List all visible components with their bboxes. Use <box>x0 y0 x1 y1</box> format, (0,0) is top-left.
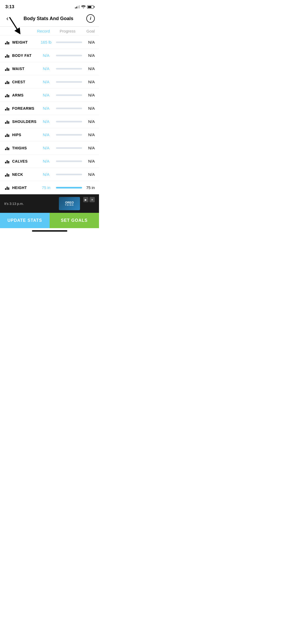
bar-chart-icon <box>5 93 9 97</box>
stat-goal-calves: N/A <box>84 159 95 163</box>
stat-icon-hips <box>4 133 10 137</box>
progress-bar-bg-neck <box>56 174 82 175</box>
stat-row-calves[interactable]: CALVES N/A N/A <box>0 155 99 168</box>
stat-row-body-fat[interactable]: BODY FAT N/A N/A <box>0 49 99 62</box>
stat-name-hips: HIPS <box>12 133 38 137</box>
set-goals-button[interactable]: SET GOALS <box>50 213 99 228</box>
progress-bar-bg-shoulders <box>56 121 82 122</box>
stat-goal-arms: N/A <box>84 93 95 97</box>
bar-chart-icon <box>5 40 9 44</box>
stat-record-shoulders: N/A <box>38 119 54 124</box>
stat-name-waist: WAIST <box>12 67 38 71</box>
stat-record-body-fat: N/A <box>38 53 54 58</box>
stat-record-neck: N/A <box>38 172 54 177</box>
stat-progress-calves <box>54 160 84 162</box>
progress-bar-bg-body-fat <box>56 55 82 56</box>
stat-goal-body-fat: N/A <box>84 53 95 58</box>
progress-bar-bg-hips <box>56 134 82 136</box>
stat-icon-arms <box>4 93 10 97</box>
status-icons <box>75 5 94 9</box>
stat-record-thighs: N/A <box>38 146 54 150</box>
stat-name-calves: CALVES <box>12 159 38 163</box>
stat-goal-chest: N/A <box>84 80 95 84</box>
stat-name-weight: WEIGHT <box>12 40 38 44</box>
stat-name-forearms: FOREARMS <box>12 106 38 111</box>
stat-progress-waist <box>54 68 84 70</box>
stat-progress-weight <box>54 42 84 43</box>
stat-icon-body-fat <box>4 53 10 58</box>
ad-text: It's 3:13 p.m. <box>4 202 56 206</box>
stat-record-arms: N/A <box>38 93 54 97</box>
col-progress-label: Progress <box>53 29 83 33</box>
stat-name-neck: NECK <box>12 172 38 177</box>
ad-close-button[interactable]: ✕ <box>89 197 95 202</box>
stat-row-arms[interactable]: ARMS N/A N/A <box>0 89 99 102</box>
stat-progress-height <box>54 187 84 188</box>
stat-name-arms: ARMS <box>12 93 38 97</box>
ad-controls[interactable]: ▶ ✕ <box>83 197 95 202</box>
bar-chart-icon <box>5 53 9 58</box>
stat-record-forearms: N/A <box>38 106 54 111</box>
bar-chart-icon <box>5 67 9 71</box>
stat-icon-calves <box>4 159 10 163</box>
stat-progress-forearms <box>54 108 84 109</box>
stat-row-hips[interactable]: HIPS N/A N/A <box>0 128 99 141</box>
stat-icon-neck <box>4 172 10 177</box>
stat-goal-waist: N/A <box>84 66 95 71</box>
stat-row-shoulders[interactable]: SHOULDERS N/A N/A <box>0 115 99 128</box>
stat-record-calves: N/A <box>38 159 54 163</box>
stat-row-neck[interactable]: NECK N/A N/A <box>0 168 99 181</box>
stat-progress-hips <box>54 134 84 136</box>
stats-list: WEIGHT 165 lb N/A BODY FAT N/A N/A <box>0 36 99 194</box>
bar-chart-icon <box>5 119 9 124</box>
progress-bar-bg-weight <box>56 42 82 43</box>
progress-bar-bg-thighs <box>56 147 82 149</box>
stat-record-hips: N/A <box>38 132 54 137</box>
stat-progress-shoulders <box>54 121 84 122</box>
update-stats-button[interactable]: UPDATE STATS <box>0 213 50 228</box>
bar-chart-icon <box>5 106 9 111</box>
stat-record-weight: 165 lb <box>38 40 54 44</box>
stat-name-height: HEIGHT <box>12 186 38 190</box>
progress-bar-bg-height <box>56 187 82 188</box>
stat-name-shoulders: SHOULDERS <box>12 119 38 124</box>
stat-progress-thighs <box>54 147 84 149</box>
stat-row-forearms[interactable]: FOREARMS N/A N/A <box>0 102 99 115</box>
stat-icon-shoulders <box>4 119 10 124</box>
progress-bar-bg-arms <box>56 94 82 96</box>
stat-row-height[interactable]: HEIGHT 75 in 75 in <box>0 181 99 194</box>
stat-record-waist: N/A <box>38 66 54 71</box>
home-bar <box>32 230 67 232</box>
ad-product-name: OREO THINS <box>65 201 74 206</box>
signal-icon <box>75 5 80 8</box>
info-button[interactable]: i <box>86 14 95 23</box>
stat-progress-arms <box>54 94 84 96</box>
bottom-buttons: UPDATE STATS SET GOALS <box>0 213 99 228</box>
stat-row-thighs[interactable]: THIGHS N/A N/A <box>0 141 99 155</box>
progress-bar-fill-height <box>56 187 82 188</box>
ad-image: OREO THINS <box>59 197 80 210</box>
stat-name-chest: CHEST <box>12 80 38 84</box>
stat-row-chest[interactable]: CHEST N/A N/A <box>0 75 99 89</box>
stat-name-body-fat: BODY FAT <box>12 53 38 58</box>
stat-record-height: 75 in <box>38 185 54 190</box>
bar-chart-icon <box>5 80 9 84</box>
wifi-icon <box>81 5 86 9</box>
progress-bar-bg-calves <box>56 160 82 162</box>
stat-goal-hips: N/A <box>84 132 95 137</box>
stat-progress-neck <box>54 174 84 175</box>
stat-icon-forearms <box>4 106 10 111</box>
stat-goal-thighs: N/A <box>84 146 95 150</box>
ad-play-button[interactable]: ▶ <box>83 197 88 202</box>
progress-bar-bg-chest <box>56 81 82 83</box>
stat-goal-neck: N/A <box>84 172 95 177</box>
progress-bar-bg-forearms <box>56 108 82 109</box>
stat-icon-weight <box>4 40 10 44</box>
progress-bar-bg-waist <box>56 68 82 70</box>
stat-goal-forearms: N/A <box>84 106 95 111</box>
bar-chart-icon <box>5 146 9 150</box>
stat-icon-height <box>4 186 10 190</box>
stat-row-waist[interactable]: WAIST N/A N/A <box>0 62 99 75</box>
stat-record-chest: N/A <box>38 80 54 84</box>
ad-banner: It's 3:13 p.m. OREO THINS ▶ ✕ <box>0 194 99 213</box>
